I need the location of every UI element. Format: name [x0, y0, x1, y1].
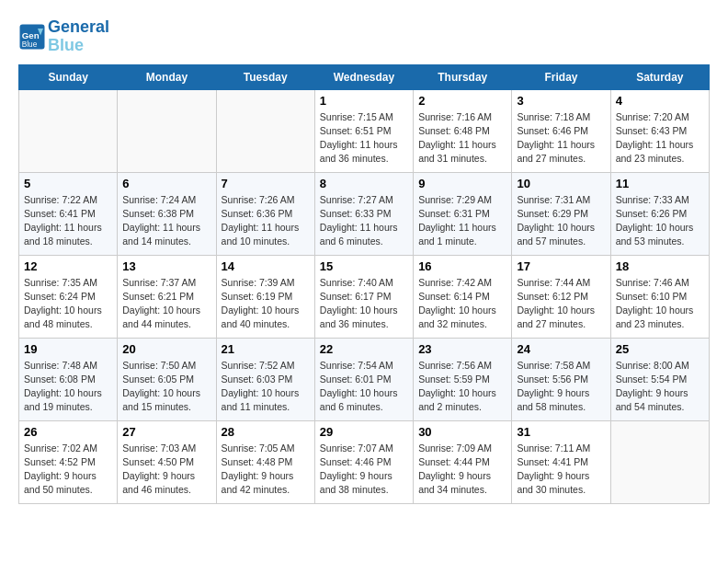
- calendar-cell: 11Sunrise: 7:33 AM Sunset: 6:26 PM Dayli…: [610, 172, 709, 255]
- day-number: 7: [222, 177, 310, 190]
- calendar-cell: 28Sunrise: 7:05 AM Sunset: 4:48 PM Dayli…: [216, 420, 314, 503]
- day-info: Sunrise: 7:48 AM Sunset: 6:08 PM Dayligh…: [24, 359, 112, 415]
- calendar-cell: 3Sunrise: 7:18 AM Sunset: 6:46 PM Daylig…: [512, 89, 610, 172]
- page-header: Gen Blue GeneralBlue: [18, 18, 710, 55]
- day-info: Sunrise: 7:27 AM Sunset: 6:33 PM Dayligh…: [320, 193, 408, 249]
- day-number: 31: [517, 425, 605, 439]
- calendar-cell: 14Sunrise: 7:39 AM Sunset: 6:19 PM Dayli…: [216, 255, 314, 338]
- calendar-cell: 8Sunrise: 7:27 AM Sunset: 6:33 PM Daylig…: [314, 172, 413, 255]
- day-info: Sunrise: 7:02 AM Sunset: 4:52 PM Dayligh…: [24, 442, 112, 498]
- day-number: 26: [24, 425, 112, 439]
- calendar-cell: 31Sunrise: 7:11 AM Sunset: 4:41 PM Dayli…: [512, 420, 610, 503]
- day-number: 21: [222, 342, 310, 356]
- calendar-cell: 12Sunrise: 7:35 AM Sunset: 6:24 PM Dayli…: [19, 255, 118, 338]
- calendar-cell: 17Sunrise: 7:44 AM Sunset: 6:12 PM Dayli…: [512, 255, 610, 338]
- day-number: 12: [24, 259, 112, 273]
- day-info: Sunrise: 7:35 AM Sunset: 6:24 PM Dayligh…: [24, 276, 112, 332]
- calendar-week-2: 5Sunrise: 7:22 AM Sunset: 6:41 PM Daylig…: [19, 172, 710, 255]
- calendar-cell: 15Sunrise: 7:40 AM Sunset: 6:17 PM Dayli…: [314, 255, 413, 338]
- weekday-header-friday: Friday: [512, 64, 610, 89]
- day-number: 4: [616, 94, 704, 108]
- day-info: Sunrise: 7:52 AM Sunset: 6:03 PM Dayligh…: [222, 359, 310, 415]
- day-info: Sunrise: 7:37 AM Sunset: 6:21 PM Dayligh…: [122, 276, 210, 332]
- calendar-cell: 18Sunrise: 7:46 AM Sunset: 6:10 PM Dayli…: [610, 255, 709, 338]
- day-number: 13: [122, 259, 210, 273]
- day-info: Sunrise: 7:40 AM Sunset: 6:17 PM Dayligh…: [320, 276, 408, 332]
- day-number: 2: [418, 94, 506, 108]
- day-info: Sunrise: 7:58 AM Sunset: 5:56 PM Dayligh…: [517, 359, 605, 415]
- calendar-cell: 16Sunrise: 7:42 AM Sunset: 6:14 PM Dayli…: [414, 255, 512, 338]
- day-info: Sunrise: 7:22 AM Sunset: 6:41 PM Dayligh…: [24, 193, 112, 249]
- calendar-cell: 27Sunrise: 7:03 AM Sunset: 4:50 PM Dayli…: [118, 420, 216, 503]
- calendar-cell: [19, 89, 118, 172]
- day-info: Sunrise: 7:29 AM Sunset: 6:31 PM Dayligh…: [418, 193, 506, 249]
- calendar-cell: 7Sunrise: 7:26 AM Sunset: 6:36 PM Daylig…: [216, 172, 314, 255]
- day-info: Sunrise: 7:03 AM Sunset: 4:50 PM Dayligh…: [122, 442, 210, 498]
- day-number: 1: [320, 94, 408, 108]
- calendar-cell: 19Sunrise: 7:48 AM Sunset: 6:08 PM Dayli…: [19, 338, 118, 420]
- day-number: 28: [222, 425, 310, 439]
- day-info: Sunrise: 7:18 AM Sunset: 6:46 PM Dayligh…: [517, 110, 605, 167]
- day-number: 22: [320, 342, 408, 356]
- calendar-cell: 1Sunrise: 7:15 AM Sunset: 6:51 PM Daylig…: [314, 89, 413, 172]
- day-number: 11: [616, 177, 704, 190]
- calendar-week-1: 1Sunrise: 7:15 AM Sunset: 6:51 PM Daylig…: [19, 89, 710, 172]
- day-number: 5: [24, 177, 112, 190]
- day-number: 14: [222, 259, 310, 273]
- day-info: Sunrise: 7:26 AM Sunset: 6:36 PM Dayligh…: [222, 193, 310, 249]
- day-info: Sunrise: 7:24 AM Sunset: 6:38 PM Dayligh…: [122, 193, 210, 249]
- day-info: Sunrise: 7:33 AM Sunset: 6:26 PM Dayligh…: [616, 193, 704, 249]
- day-number: 30: [418, 425, 506, 439]
- weekday-header-saturday: Saturday: [610, 64, 709, 89]
- day-info: Sunrise: 7:16 AM Sunset: 6:48 PM Dayligh…: [418, 110, 506, 167]
- calendar-cell: 5Sunrise: 7:22 AM Sunset: 6:41 PM Daylig…: [19, 172, 118, 255]
- weekday-header-thursday: Thursday: [414, 64, 512, 89]
- calendar-cell: 25Sunrise: 8:00 AM Sunset: 5:54 PM Dayli…: [610, 338, 709, 420]
- calendar-cell: [216, 89, 314, 172]
- calendar-cell: 9Sunrise: 7:29 AM Sunset: 6:31 PM Daylig…: [414, 172, 512, 255]
- calendar-cell: 2Sunrise: 7:16 AM Sunset: 6:48 PM Daylig…: [414, 89, 512, 172]
- calendar-cell: 26Sunrise: 7:02 AM Sunset: 4:52 PM Dayli…: [19, 420, 118, 503]
- calendar-cell: 29Sunrise: 7:07 AM Sunset: 4:46 PM Dayli…: [314, 420, 413, 503]
- calendar-cell: [118, 89, 216, 172]
- calendar-cell: 21Sunrise: 7:52 AM Sunset: 6:03 PM Dayli…: [216, 338, 314, 420]
- calendar-cell: 10Sunrise: 7:31 AM Sunset: 6:29 PM Dayli…: [512, 172, 610, 255]
- calendar-week-3: 12Sunrise: 7:35 AM Sunset: 6:24 PM Dayli…: [19, 255, 710, 338]
- day-number: 24: [517, 342, 605, 356]
- day-info: Sunrise: 7:15 AM Sunset: 6:51 PM Dayligh…: [320, 110, 408, 167]
- logo: Gen Blue GeneralBlue: [18, 18, 109, 55]
- calendar-week-4: 19Sunrise: 7:48 AM Sunset: 6:08 PM Dayli…: [19, 338, 710, 420]
- calendar-cell: 13Sunrise: 7:37 AM Sunset: 6:21 PM Dayli…: [118, 255, 216, 338]
- day-info: Sunrise: 7:54 AM Sunset: 6:01 PM Dayligh…: [320, 359, 408, 415]
- calendar-table: SundayMondayTuesdayWednesdayThursdayFrid…: [18, 64, 710, 504]
- day-number: 25: [616, 342, 704, 356]
- day-number: 23: [418, 342, 506, 356]
- day-number: 27: [122, 425, 210, 439]
- calendar-week-5: 26Sunrise: 7:02 AM Sunset: 4:52 PM Dayli…: [19, 420, 710, 503]
- calendar-cell: 4Sunrise: 7:20 AM Sunset: 6:43 PM Daylig…: [610, 89, 709, 172]
- day-info: Sunrise: 7:39 AM Sunset: 6:19 PM Dayligh…: [222, 276, 310, 332]
- day-info: Sunrise: 7:11 AM Sunset: 4:41 PM Dayligh…: [517, 442, 605, 498]
- logo-icon: Gen Blue: [18, 23, 46, 51]
- day-number: 15: [320, 259, 408, 273]
- day-number: 9: [418, 177, 506, 190]
- day-info: Sunrise: 7:07 AM Sunset: 4:46 PM Dayligh…: [320, 442, 408, 498]
- day-number: 29: [320, 425, 408, 439]
- day-number: 16: [418, 259, 506, 273]
- day-info: Sunrise: 7:42 AM Sunset: 6:14 PM Dayligh…: [418, 276, 506, 332]
- day-info: Sunrise: 7:56 AM Sunset: 5:59 PM Dayligh…: [418, 359, 506, 415]
- weekday-header-tuesday: Tuesday: [216, 64, 314, 89]
- day-number: 10: [517, 177, 605, 190]
- day-info: Sunrise: 7:31 AM Sunset: 6:29 PM Dayligh…: [517, 193, 605, 249]
- svg-text:Gen: Gen: [22, 29, 40, 40]
- day-number: 17: [517, 259, 605, 273]
- day-info: Sunrise: 7:44 AM Sunset: 6:12 PM Dayligh…: [517, 276, 605, 332]
- day-number: 6: [122, 177, 210, 190]
- calendar-cell: 23Sunrise: 7:56 AM Sunset: 5:59 PM Dayli…: [414, 338, 512, 420]
- calendar-cell: [610, 420, 709, 503]
- day-info: Sunrise: 8:00 AM Sunset: 5:54 PM Dayligh…: [616, 359, 704, 415]
- day-info: Sunrise: 7:20 AM Sunset: 6:43 PM Dayligh…: [616, 110, 704, 167]
- day-number: 18: [616, 259, 704, 273]
- weekday-header-wednesday: Wednesday: [314, 64, 413, 89]
- calendar-cell: 30Sunrise: 7:09 AM Sunset: 4:44 PM Dayli…: [414, 420, 512, 503]
